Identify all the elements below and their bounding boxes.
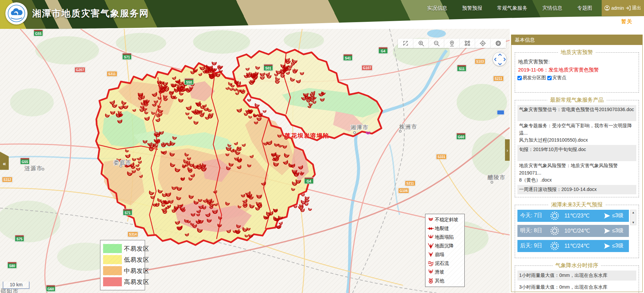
road-shield-S11: S11 (457, 65, 466, 71)
product-item[interactable]: 旬报：2019年10月中旬旬报.doc (517, 145, 636, 161)
map-scale-bar: 10 km (3, 282, 30, 289)
road-shield-S311: S311 (107, 71, 117, 77)
nav-item-3[interactable]: 灾情信息 (542, 5, 562, 11)
forecast-wind-level: ≤3级 (612, 212, 624, 219)
forecast-row[interactable]: 后天: 9日11℃/24℃≤3级 (517, 240, 629, 252)
products-panel-title: 最新常规气象服务产品 (547, 97, 606, 104)
nav-item-1[interactable]: 预警预报 (462, 5, 482, 11)
road-shield-S211: S211 (405, 181, 415, 186)
forecast-panel: 湘潭未来3天天气预报 今天: 7日11℃/23℃≤3级明天: 8日10℃/24℃… (515, 201, 639, 258)
debris-flow-icon (427, 259, 435, 267)
overlay-area-label: 莲花坝岩溶塌陷 (285, 132, 329, 140)
forecast-wind: ≤3级 (603, 242, 624, 249)
tool-settings-button[interactable] (491, 39, 506, 48)
road-shield-S331: S331 (436, 154, 447, 159)
road-shield-S80: S80 (7, 262, 17, 268)
product-item-text: 地质灾害气象风险预警：地质灾害气象风险预警2019071... (519, 162, 635, 177)
collapse-right-panel-button[interactable]: › (505, 139, 510, 161)
settings-icon (495, 40, 502, 47)
hazard-label: 地裂缝 (435, 226, 449, 232)
product-item-text: 8（黄色）.docx (519, 177, 635, 184)
road-shield-G4: G4 (304, 177, 314, 184)
hazard-label: 地面沉降 (435, 243, 454, 249)
checkbox-易发分区图[interactable]: 易发分区图 (517, 75, 546, 81)
checkbox-input[interactable] (547, 76, 552, 80)
meteorology-logo (5, 2, 28, 25)
city-label-株洲市: 株洲市 (399, 124, 417, 131)
checkbox-灾害点[interactable]: 灾害点 (547, 75, 566, 81)
forecast-weather-icon (550, 211, 564, 221)
product-item[interactable]: 气象灾害预警信号：雷电黄色预警信号2019070336.doc (517, 105, 636, 121)
other-icon (427, 277, 435, 285)
forecast-wind-level: ≤3级 (612, 242, 624, 249)
tool-fullscreen-button[interactable] (398, 39, 413, 48)
road-shield-G4: G4 (378, 47, 388, 54)
hazard-label: 滑坡 (435, 269, 444, 275)
nav-item-2[interactable]: 常规气象服务 (497, 5, 527, 11)
product-item[interactable]: 一周逐日滚动预报：2019-10-14.docx (517, 185, 636, 194)
pan-arrows-icon (493, 52, 507, 66)
road-shield-S75: S75 (15, 235, 24, 242)
rainfall-list: 1小时雨量最大值：0mm，出现在合东水库3小时雨量最大值：0mm，出现在合东水库… (517, 271, 636, 293)
product-item-text: 旬报：2019年10月中旬旬报.doc (519, 146, 635, 153)
checkbox-label: 灾害点 (552, 75, 566, 81)
city-label-醴陵市: 醴陵市 (488, 174, 506, 181)
zone-legend-row: 中易发区 (103, 265, 142, 276)
product-item[interactable]: 气象专题服务：受冷空气南下影响，我市有一次明显降温...风力加大过程(20191… (517, 121, 636, 145)
zone-swatch (103, 266, 122, 275)
city-label-娄底市: 娄底市 (113, 159, 132, 166)
nav-item-0[interactable]: 实况信息 (427, 5, 447, 11)
forecast-scrollbar[interactable]: ▲▼ (630, 210, 636, 225)
road-shield-S71: S71 (122, 53, 132, 60)
checkbox-input[interactable] (517, 76, 522, 80)
username: admin (611, 5, 624, 11)
road-shield-S103: S103 (475, 59, 485, 64)
wind-direction-icon (603, 212, 611, 219)
tool-zoom-in-button[interactable] (413, 39, 429, 48)
forecast-weather-icon (550, 226, 564, 236)
sunny-icon (550, 226, 560, 236)
rainfall-panel: 气象降水分时排序 1小时雨量最大值：0mm，出现在合东水库3小时雨量最大值：0m… (515, 262, 639, 293)
map-pan-control[interactable] (493, 52, 507, 66)
app-root: 湘潭市地质灾害气象服务网 实况信息预警预报常规气象服务灾情信息专题图 admin… (0, 0, 644, 293)
user-menu[interactable]: admin 退出 (602, 0, 644, 16)
ground-collapse-icon (427, 233, 435, 241)
ground-subsidence-icon (427, 242, 435, 250)
zoom-in-icon (418, 40, 424, 47)
tool-draw-area-button[interactable] (460, 39, 475, 48)
city-dot (42, 168, 44, 170)
road-shield-S211: S211 (493, 76, 504, 81)
tool-locate-pin-button[interactable] (444, 39, 460, 48)
scroll-down-arrow[interactable]: ▼ (632, 221, 635, 224)
hazard-label: 其他 (435, 278, 444, 284)
cloud-logo-icon (7, 4, 26, 22)
forecast-day: 明天: 8日 (520, 227, 550, 234)
zone-swatch (103, 244, 122, 253)
product-item[interactable]: 地质灾害气象风险预警：地质灾害气象风险预警2019071...8（黄色）.doc… (517, 161, 636, 185)
road-shield-S50: S50 (184, 78, 194, 85)
logout-icon (626, 6, 631, 10)
forecast-row[interactable]: 明天: 8日10℃/24℃≤3级 (517, 225, 629, 237)
draw-area-icon (464, 40, 471, 47)
page-title: 湘潭市地质灾害气象服务网 (32, 7, 149, 19)
road-shield-G106: G106 (398, 188, 409, 193)
zone-legend-row: 高易发区 (103, 276, 142, 287)
sunny-icon (550, 241, 560, 251)
scroll-up-arrow[interactable]: ▲ (632, 211, 635, 214)
hazard-label: 不稳定斜坡 (435, 217, 458, 223)
my-location-icon (479, 40, 486, 47)
hazard-legend-row: 泥石流 (427, 259, 463, 268)
zone-swatch (103, 255, 122, 264)
map-canvas[interactable]: 莲花坝岩溶塌陷 涟源市娄底市湘潭市株洲市醴陵市邵阳市 G55G207S311S7… (0, 29, 510, 293)
hazard-legend-row: 滑坡 (427, 268, 463, 277)
warning-label: 地质灾害预警: (517, 57, 636, 66)
hazard-legend-row: 地面沉降 (427, 242, 463, 250)
landslide-icon (427, 268, 435, 276)
logout-button[interactable]: 退出 (632, 5, 641, 11)
risk-zone-overlay (96, 49, 382, 245)
tool-zoom-out-button[interactable] (429, 39, 444, 48)
fullscreen-icon (402, 40, 409, 47)
nav-item-4[interactable]: 专题图 (577, 5, 592, 11)
tool-my-location-button[interactable] (475, 39, 491, 48)
forecast-row[interactable]: 今天: 7日11℃/23℃≤3级 (517, 210, 629, 222)
